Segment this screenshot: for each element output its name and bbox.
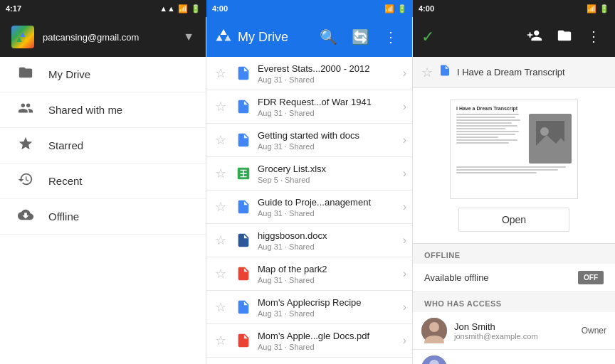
star-icon-7[interactable]: ☆ <box>212 263 229 284</box>
file-name-6: higgsboson.docx <box>258 230 399 241</box>
file-meta-3: Aug 31 · Shared <box>258 142 399 151</box>
access-role-1: Owner <box>582 326 606 336</box>
file-type-icon-2 <box>233 97 253 117</box>
file-meta-2: Aug 31 · Shared <box>258 109 399 117</box>
time-left: 4:17 <box>6 4 21 13</box>
star-icon-4[interactable]: ☆ <box>212 163 229 184</box>
file-name-8: Mom's Applecrisp Recipe <box>258 297 399 308</box>
file-info-3: Getting started with docs Aug 31 · Share… <box>258 130 399 151</box>
access-row-2: patcansing Can edit <box>413 350 615 364</box>
file-info-8: Mom's Applecrisp Recipe Aug 31 · Shared <box>258 297 399 318</box>
sidebar-item-offline-label: Offline <box>48 210 79 223</box>
time-right: 4:00 <box>419 4 434 13</box>
star-icon-2[interactable]: ☆ <box>212 96 229 117</box>
list-item[interactable]: ☆ FDR Request...of War 1941 Aug 31 · Sha… <box>206 90 412 124</box>
file-meta-6: Aug 31 · Shared <box>258 242 399 251</box>
dropdown-arrow-icon[interactable]: ▼ <box>183 31 194 43</box>
sidebar-item-my-drive[interactable]: My Drive <box>0 57 206 92</box>
file-meta-9: Aug 31 · Shared <box>258 343 399 351</box>
sidebar-item-starred-label: Starred <box>48 139 83 151</box>
offline-toggle[interactable]: OFF <box>578 271 604 284</box>
star-icon-5[interactable]: ☆ <box>212 196 229 218</box>
star-icon-8[interactable]: ☆ <box>212 296 229 318</box>
sidebar-item-shared-with-me[interactable]: Shared with me <box>0 92 206 128</box>
list-item[interactable]: ☆ Mom's Applecrisp Recipe Aug 31 · Share… <box>206 291 412 324</box>
list-item[interactable]: ☆ Everest Stats...2000 - 2012 Aug 31 · S… <box>206 57 412 90</box>
doc-preview-title: I Have a Dream Transcript <box>456 106 572 111</box>
access-email-1: jonsmith@example.com <box>454 332 574 341</box>
recent-icon <box>17 171 34 191</box>
file-type-icon-1 <box>233 63 253 83</box>
file-arrow-1: › <box>403 67 406 80</box>
file-arrow-9: › <box>403 334 406 347</box>
file-name-7: Map of the park2 <box>258 264 399 274</box>
file-name-1: Everest Stats...2000 - 2012 <box>258 63 399 74</box>
star-icon-9[interactable]: ☆ <box>212 330 229 351</box>
available-offline-row[interactable]: Available offline OFF <box>413 264 615 292</box>
access-info-1: Jon Smith jonsmith@example.com <box>454 321 574 341</box>
list-item[interactable]: ☆ higgsboson.docx Aug 31 · Shared › <box>206 224 412 257</box>
sidebar-item-starred[interactable]: Starred <box>0 128 206 164</box>
access-name-1: Jon Smith <box>454 321 574 332</box>
folder-icon[interactable] <box>551 23 578 51</box>
mid-panel-title: My Drive <box>238 30 308 45</box>
file-name-5: Guide to Proje...anagement <box>258 197 399 208</box>
file-detail-panel: ☆ I Have a Dream Transcript I Have a Dre… <box>413 57 615 364</box>
drive-header-icon <box>215 26 232 48</box>
file-meta-4: Sep 5 · Shared <box>258 176 399 184</box>
file-meta-8: Aug 31 · Shared <box>258 309 399 318</box>
list-item[interactable]: ☆ Mom's Apple...gle Docs.pdf Aug 31 · Sh… <box>206 324 412 358</box>
sidebar-item-shared-label: Shared with me <box>48 104 122 116</box>
list-item[interactable]: ☆ Grocery List.xlsx Sep 5 · Shared › <box>206 157 412 191</box>
file-arrow-5: › <box>403 200 406 213</box>
file-info-4: Grocery List.xlsx Sep 5 · Shared <box>258 164 399 184</box>
open-button[interactable]: Open <box>458 208 569 232</box>
file-name-4: Grocery List.xlsx <box>258 164 399 174</box>
file-arrow-2: › <box>403 100 406 113</box>
user-email: patcansing@gmail.com <box>43 32 174 43</box>
star-icon-1[interactable]: ☆ <box>212 63 229 84</box>
doc-preview-image: I Have a Dream Transcript <box>450 100 578 199</box>
file-preview: I Have a Dream Transcript <box>413 88 615 244</box>
status-icons-left: ▲▲ 📶 🔋 <box>159 4 201 14</box>
file-arrow-3: › <box>403 134 406 146</box>
file-type-icon-5 <box>233 197 253 217</box>
file-list: ☆ Everest Stats...2000 - 2012 Aug 31 · S… <box>206 57 412 364</box>
shared-icon <box>17 100 34 119</box>
mid-header: My Drive 🔍 🔄 ⋮ <box>206 17 412 57</box>
status-bar-left: 4:17 ▲▲ 📶 🔋 <box>0 0 206 17</box>
file-info-1: Everest Stats...2000 - 2012 Aug 31 · Sha… <box>258 63 399 84</box>
right-panel: ✓ ⋮ ☆ I Have a Dream Transcript <box>413 17 615 364</box>
file-info-6: higgsboson.docx Aug 31 · Shared <box>258 230 399 251</box>
sync-button[interactable]: 🔄 <box>346 24 375 50</box>
left-header: patcansing@gmail.com ▼ <box>0 17 206 57</box>
file-meta-1: Aug 31 · Shared <box>258 75 399 84</box>
star-icon-3[interactable]: ☆ <box>212 129 229 151</box>
detail-title-bar: ☆ I Have a Dream Transcript <box>413 57 615 88</box>
svg-point-2 <box>540 127 549 136</box>
sidebar-item-offline[interactable]: Offline <box>0 199 206 235</box>
more-button[interactable]: ⋮ <box>378 24 404 50</box>
access-row-1: Jon Smith jonsmith@example.com Owner <box>413 312 615 350</box>
right-header-actions: ⋮ <box>521 23 606 51</box>
star-icon-6[interactable]: ☆ <box>212 230 229 251</box>
add-person-icon[interactable] <box>521 23 548 51</box>
more-options-icon[interactable]: ⋮ <box>581 23 606 51</box>
list-item[interactable]: ☆ Guide to Proje...anagement Aug 31 · Sh… <box>206 191 412 224</box>
list-item[interactable]: ☆ Map of the park2 Aug 31 · Shared › <box>206 257 412 291</box>
offline-icon <box>17 207 34 226</box>
file-type-icon-4 <box>233 164 253 183</box>
file-arrow-7: › <box>403 267 406 280</box>
avatar-2 <box>421 355 447 364</box>
checkmark-icon: ✓ <box>421 28 434 46</box>
search-button[interactable]: 🔍 <box>314 24 343 50</box>
sidebar-item-recent[interactable]: Recent <box>0 164 206 199</box>
status-icons-mid: 📶 🔋 <box>384 4 407 14</box>
file-info-9: Mom's Apple...gle Docs.pdf Aug 31 · Shar… <box>258 331 399 351</box>
detail-star-icon[interactable]: ☆ <box>421 65 433 80</box>
list-item[interactable]: ☆ Mom's Apple...p Recipe.pdf Aug 31 · Sh… <box>206 358 412 364</box>
mid-panel: My Drive 🔍 🔄 ⋮ ☆ Everest Stats...2000 - … <box>206 17 413 364</box>
file-meta-7: Aug 31 · Shared <box>258 276 399 284</box>
list-item[interactable]: ☆ Getting started with docs Aug 31 · Sha… <box>206 124 412 157</box>
starred-icon <box>17 136 34 155</box>
